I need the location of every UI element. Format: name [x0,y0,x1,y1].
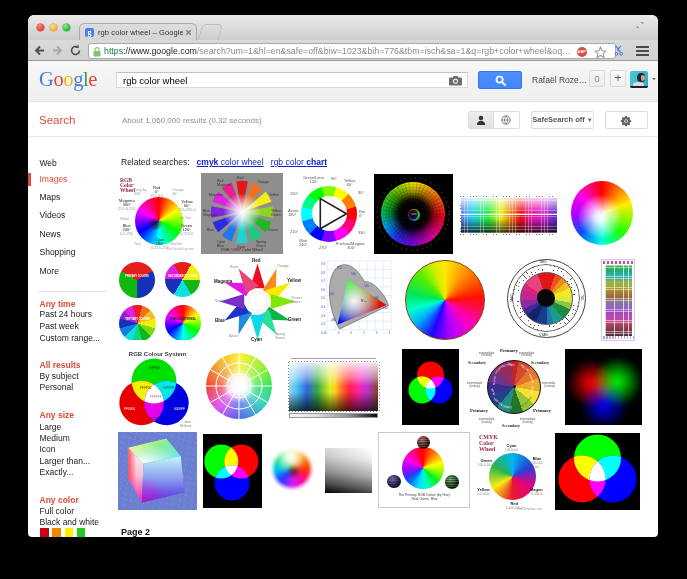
svg-text:FF00FF: FF00FF [149,417,160,421]
svg-text:00FFFF: 00FFFF [163,386,174,390]
svg-text:FFFF00: FFFF00 [140,386,152,390]
svg-text:FFFFFF: FFFFFF [150,395,162,399]
svg-text:0000FF: 0000FF [174,407,185,411]
svg-text:McGuan: McGuan [180,424,192,428]
svg-text:00FF00: 00FF00 [149,366,160,370]
svg-text:FF0000: FF0000 [124,407,135,411]
